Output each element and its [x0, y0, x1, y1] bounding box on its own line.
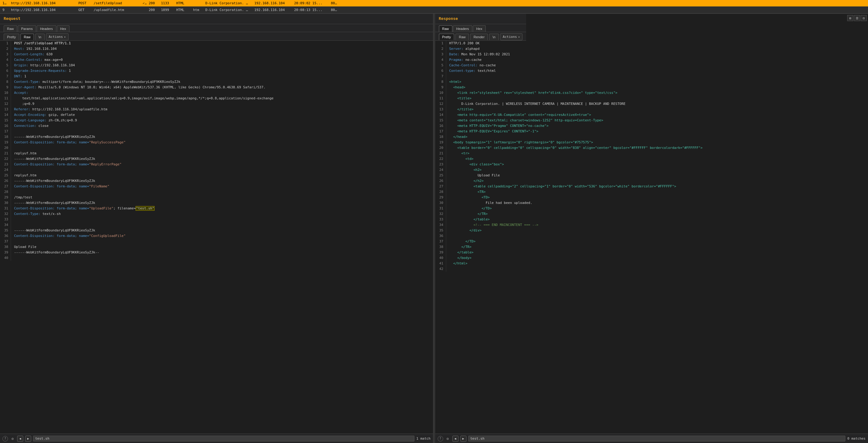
row-path: /uploadfile.htm	[94, 8, 143, 12]
line-18: 18 </head>	[435, 134, 868, 140]
response-main-tabs: Raw Headers Hex	[435, 24, 526, 32]
prev-match-btn-resp[interactable]: ◀	[452, 436, 459, 442]
line-18: 18------WebKitFormBoundaryLqUF9KKRieoSyZ…	[0, 134, 433, 140]
line-36: 36Content-Disposition: form-data; name="…	[0, 233, 433, 239]
response-panel: Response Raw Headers Hex Pretty Raw Rend…	[435, 14, 868, 443]
line-35: 35 </div>	[435, 228, 868, 233]
line-6: 6Content-type: text/html	[435, 68, 868, 74]
layout-list-icon[interactable]: ☰	[854, 15, 860, 21]
tab-raw-main-req[interactable]: Raw	[4, 25, 17, 32]
line-7: 7	[435, 74, 868, 79]
line-6: 6Upgrade-Insecure-Requests: 1	[0, 68, 433, 74]
tab-hex-resp[interactable]: Hex	[473, 25, 486, 32]
help-icon-req[interactable]: ?	[2, 436, 8, 441]
layout-split-icon[interactable]: ⊞	[847, 15, 853, 21]
line-26: 26------WebKitFormBoundaryLqUF9KKRieoSyZ…	[0, 178, 433, 184]
line-41: 41 </html>	[435, 261, 868, 266]
line-4: 4Pragma: no-cache	[435, 57, 868, 63]
line-9: 9User-Agent: Mozilla/5.0 (Windows NT 10.…	[0, 85, 433, 90]
line-2: 2Host: 192.168.116.104	[0, 46, 433, 52]
gear-icon-resp[interactable]: ⚙	[445, 436, 451, 441]
actions-arrow-icon: ▾	[64, 35, 65, 38]
line-31: 31Content-Disposition: form-data; name="…	[0, 206, 433, 211]
tab-raw-editor-req[interactable]: Raw	[21, 34, 34, 40]
top-bar: 12 http://192.168.116.104 POST /setFileU…	[0, 0, 868, 14]
tab-headers-req[interactable]: Headers	[37, 25, 56, 32]
row-num: 12	[2, 1, 11, 5]
line-28: 28	[0, 189, 433, 195]
line-10: 10Accept:	[0, 90, 433, 96]
tab-render-resp[interactable]: Render	[470, 34, 488, 40]
layout-tab-icon[interactable]: ⊟	[861, 15, 867, 21]
tab-raw-main-resp[interactable]: Raw	[439, 25, 452, 32]
actions-arrow-icon-resp: ▾	[518, 35, 520, 38]
line-34: 34 <!-- === END MAINCONTENT === -->	[435, 222, 868, 228]
row-ext: htm	[193, 8, 205, 12]
row-server: D-Link Corporation. | WI...	[205, 8, 254, 12]
line-14: 14Accept-Encoding: gzip, deflate	[0, 112, 433, 118]
tab-hex-req[interactable]: Hex	[57, 25, 70, 32]
tab-raw-editor-resp[interactable]: Raw	[456, 34, 469, 40]
line-19: 19 <body topmargin="1" leftmargin="0" ri…	[435, 140, 868, 145]
row-type: HTML	[176, 1, 193, 5]
line-39: 39------WebKitFormBoundaryLqUF9KKRieoSyZ…	[0, 250, 433, 255]
line-26: 26 </h2>	[435, 178, 868, 184]
line-17: 17	[0, 129, 433, 134]
search-input-resp[interactable]	[468, 436, 846, 441]
line-22: 22------WebKitFormBoundaryLqUF9KKRieoSyZ…	[0, 156, 433, 162]
line-27: 27Content-Disposition: form-data; name="…	[0, 184, 433, 189]
row-type: HTML	[176, 8, 193, 12]
search-input-req[interactable]	[33, 436, 414, 441]
actions-dropdown-resp[interactable]: Actions ▾	[500, 33, 523, 40]
help-icon-resp[interactable]: ?	[438, 436, 443, 441]
request-title: Request	[4, 16, 429, 21]
tab-n-req[interactable]: \n	[35, 34, 45, 40]
line-37: 37	[0, 239, 433, 244]
line-27: 27 <table cellpadding="2" cellspacing="1…	[435, 184, 868, 189]
line-25: 25 Upload File	[435, 173, 868, 178]
line-23: 23 <div class="box">	[435, 162, 868, 167]
line-30: 30 File had been uploaded.	[435, 200, 868, 206]
response-header: Response	[435, 14, 526, 24]
prev-match-btn-req[interactable]: ◀	[17, 436, 23, 442]
tab-n-resp[interactable]: \n	[489, 34, 499, 40]
row-url: http://192.168.116.104	[11, 1, 79, 5]
line-40: 40	[0, 255, 433, 261]
line-22: 22 <td>	[435, 156, 868, 162]
line-34: 34	[0, 222, 433, 228]
line-25: 25replyuf.htm	[0, 173, 433, 178]
line-4: 4Cache-Control: max-age=0	[0, 57, 433, 63]
match-count-req: 1 match	[416, 437, 430, 441]
request-editor[interactable]: 1POST /setFileUpload HTTP/1.12Host: 192.…	[0, 41, 433, 434]
line-14: 14 <meta http-equiv="X-UA-Compatible" co…	[435, 112, 868, 118]
tab-pretty-resp[interactable]: Pretty	[439, 34, 455, 40]
line-29: 29 <TD>	[435, 195, 868, 200]
line-20: 20	[0, 145, 433, 151]
tab-pretty-req[interactable]: Pretty	[4, 34, 19, 40]
row-method: GET	[79, 8, 94, 12]
row-check: ✓	[143, 1, 149, 5]
actions-dropdown-req[interactable]: Actions ▾	[46, 33, 68, 40]
gear-icon-req[interactable]: ⚙	[10, 436, 15, 441]
row-url: http://192.168.116.104	[11, 8, 79, 12]
response-bottom-bar: ? ⚙ ◀ ▶ 0 matches	[435, 434, 868, 443]
line-33: 33 </table>	[435, 217, 868, 222]
line-9: 9 <head>	[435, 85, 868, 90]
tab-headers-resp[interactable]: Headers	[453, 25, 472, 32]
response-editor[interactable]: 1HTTP/1.0 200 OK2Server: alphapd3Date: M…	[435, 41, 868, 434]
next-match-btn-resp[interactable]: ▶	[460, 436, 466, 442]
row-size: 1133	[161, 1, 176, 5]
next-match-btn-req[interactable]: ▶	[25, 436, 31, 442]
top-row-9[interactable]: 9 http://192.168.116.104 GET /uploadfile…	[0, 7, 868, 13]
top-row-12[interactable]: 12 http://192.168.116.104 POST /setFileU…	[0, 0, 868, 7]
line-8: 8<html>	[435, 79, 868, 85]
line-1: 1HTTP/1.0 200 OK	[435, 41, 868, 46]
request-main-tabs: Raw Params Headers Hex	[0, 24, 433, 32]
row-code: 200	[149, 1, 161, 5]
response-editor-tabs: Pretty Raw Render \n Actions ▾	[435, 32, 526, 41]
request-panel: Request Raw Params Headers Hex Pretty Ra…	[0, 14, 433, 443]
line-38: 38Upload File	[0, 244, 433, 250]
tab-params-req[interactable]: Params	[18, 25, 36, 32]
line-29: 29/tmp/test	[0, 195, 433, 200]
line-11: 11 <title>	[435, 96, 868, 101]
